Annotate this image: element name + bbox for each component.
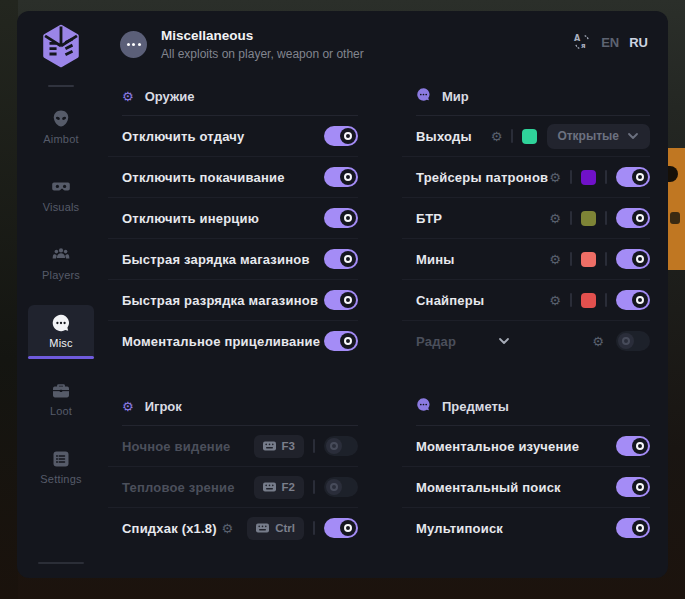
- sidebar-item-visuals[interactable]: Visuals: [28, 169, 94, 221]
- hotkey-badge[interactable]: F3: [254, 435, 304, 458]
- sidebar-bottom-divider: [38, 562, 84, 564]
- toggle-switch[interactable]: [324, 208, 358, 228]
- feature-row: БТР⚙: [402, 197, 650, 238]
- feature-label: Быстрая разрядка магазинов: [122, 293, 324, 308]
- feature-row: Отключить покачивание: [108, 156, 358, 197]
- toggle-switch[interactable]: [616, 436, 650, 456]
- content-columns: ⚙ОружиеОтключить отдачуОтключить покачив…: [108, 87, 668, 578]
- control-divider: [313, 439, 315, 453]
- toggle-knob: [340, 333, 356, 349]
- poster-mark: [670, 212, 680, 224]
- lang-ru-button[interactable]: RU: [629, 35, 648, 50]
- row-controls: [616, 436, 650, 456]
- toggle-switch[interactable]: [616, 167, 650, 187]
- toggle-switch[interactable]: [324, 126, 358, 146]
- toggle-switch[interactable]: [324, 290, 358, 310]
- toggle-switch[interactable]: [616, 518, 650, 538]
- color-swatch[interactable]: [581, 293, 596, 308]
- chevron-down-icon[interactable]: [497, 334, 511, 348]
- toggle-switch[interactable]: [324, 518, 358, 538]
- sidebar-item-loot[interactable]: Loot: [28, 373, 94, 425]
- toggle-switch[interactable]: [324, 331, 358, 351]
- row-controls: ⚙: [549, 167, 650, 187]
- toggle-knob-ring: [344, 524, 352, 532]
- row-controls: [616, 477, 650, 497]
- sidebar-item-players[interactable]: Players: [28, 237, 94, 289]
- toggle-knob-ring: [636, 296, 644, 304]
- translate-icon[interactable]: A я: [573, 33, 591, 51]
- sidebar-item-label: Players: [42, 269, 80, 281]
- toggle-switch[interactable]: [616, 208, 650, 228]
- row-controls: F2: [254, 476, 358, 499]
- sidebar-item-aimbot[interactable]: Aimbot: [28, 101, 94, 153]
- feature-label: Спидхак (x1.8): [122, 521, 222, 536]
- keyboard-icon: [256, 523, 269, 533]
- app-logo-icon: [38, 23, 84, 69]
- color-swatch[interactable]: [581, 252, 596, 267]
- feature-row: Моментальное прицеливание: [108, 320, 358, 361]
- keyboard-icon: [263, 482, 276, 492]
- section-header-world: Мир: [416, 87, 650, 105]
- gear-icon[interactable]: ⚙: [549, 294, 561, 307]
- control-divider: [570, 211, 572, 225]
- sidebar-divider: [48, 85, 74, 87]
- sidebar-item-settings[interactable]: Settings: [28, 441, 94, 493]
- feature-label: Радар: [416, 334, 456, 349]
- color-swatch[interactable]: [522, 129, 537, 144]
- toggle-switch[interactable]: [324, 249, 358, 269]
- gear-icon[interactable]: ⚙: [592, 335, 604, 348]
- exits-dropdown[interactable]: Открытые: [547, 124, 650, 149]
- feature-row: Трейсеры патронов⚙: [402, 156, 650, 197]
- section-title: Предметы: [442, 399, 509, 414]
- feature-label: Выходы: [416, 129, 491, 144]
- people-icon: [51, 245, 71, 265]
- row-controls: [324, 208, 358, 228]
- row-controls: ⚙Ctrl: [222, 517, 358, 540]
- toggle-switch[interactable]: [324, 436, 358, 456]
- toggle-switch[interactable]: [616, 290, 650, 310]
- feature-row: Радар⚙: [402, 320, 650, 361]
- gear-icon[interactable]: ⚙: [549, 171, 561, 184]
- language-switch: A я EN RU: [573, 33, 648, 51]
- section-world: МирВыходы⚙ОткрытыеТрейсеры патронов⚙БТР⚙…: [402, 87, 650, 361]
- toggle-knob-ring: [636, 442, 644, 450]
- feature-row: Быстрая разрядка магазинов: [108, 279, 358, 320]
- toggle-switch[interactable]: [324, 477, 358, 497]
- toggle-switch[interactable]: [324, 167, 358, 187]
- toggle-switch[interactable]: [616, 477, 650, 497]
- lang-en-button[interactable]: EN: [601, 35, 619, 50]
- toggle-knob: [632, 292, 648, 308]
- feature-row: Быстрая зарядка магазинов: [108, 238, 358, 279]
- toggle-switch[interactable]: [616, 249, 650, 269]
- color-swatch[interactable]: [581, 211, 596, 226]
- control-divider: [570, 252, 572, 266]
- feature-label: Быстрая зарядка магазинов: [122, 252, 324, 267]
- sidebar-item-misc[interactable]: Misc: [28, 305, 94, 357]
- feature-label: Мультипоиск: [416, 521, 616, 536]
- toggle-knob-ring: [636, 524, 644, 532]
- toggle-knob: [632, 169, 648, 185]
- section-header-items: Предметы: [416, 397, 650, 415]
- sidebar-item-label: Loot: [50, 405, 72, 417]
- vr-icon: [51, 177, 71, 197]
- list-icon: [51, 449, 71, 469]
- toggle-knob: [326, 438, 342, 454]
- color-swatch[interactable]: [581, 170, 596, 185]
- gear-icon[interactable]: ⚙: [549, 212, 561, 225]
- toggle-knob: [340, 210, 356, 226]
- feature-label: Тепловое зрение: [122, 480, 254, 495]
- main-panel: Miscellaneous All exploits on player, we…: [105, 11, 668, 578]
- feature-row: Выходы⚙Открытые: [402, 116, 650, 156]
- gear-icon[interactable]: ⚙: [491, 130, 503, 143]
- hotkey-badge[interactable]: F2: [254, 476, 304, 499]
- control-divider: [605, 170, 607, 184]
- gear-icon[interactable]: ⚙: [222, 522, 234, 535]
- gear-icon[interactable]: ⚙: [549, 253, 561, 266]
- feature-row: Спидхак (x1.8)⚙Ctrl: [108, 507, 358, 548]
- hotkey-badge[interactable]: Ctrl: [247, 517, 304, 540]
- row-controls: [616, 518, 650, 538]
- row-controls: [324, 249, 358, 269]
- sidebar: AimbotVisualsPlayersMiscLootSettings: [17, 11, 105, 578]
- control-divider: [570, 170, 572, 184]
- toggle-switch[interactable]: [616, 331, 650, 351]
